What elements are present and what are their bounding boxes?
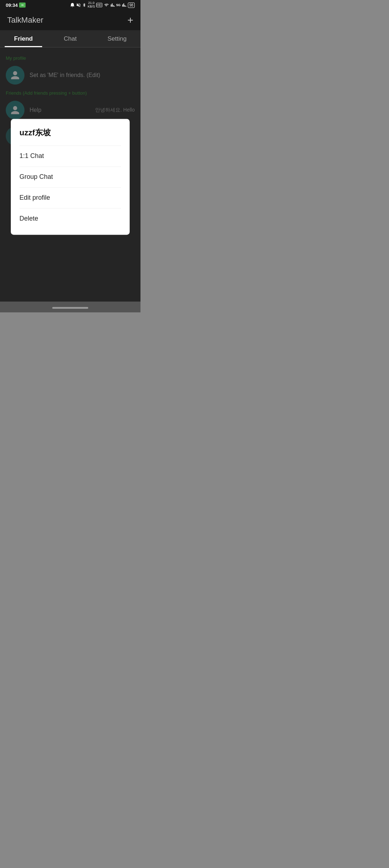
data-speed: 21.0KB/S <box>88 1 95 9</box>
status-right: 21.0KB/S HD 5G 98 <box>70 1 135 9</box>
status-left: 09:34 ✉ <box>6 3 26 8</box>
app-screen: 09:34 ✉ 21.0KB/S HD 5G 98 <box>0 0 140 312</box>
status-bar: 09:34 ✉ 21.0KB/S HD 5G 98 <box>0 0 140 10</box>
home-indicator <box>52 307 88 309</box>
wifi-icon <box>103 3 109 7</box>
modal-item-edit-profile[interactable]: Edit profile <box>19 187 121 208</box>
tab-chat[interactable]: Chat <box>47 30 94 47</box>
tab-friend[interactable]: Friend <box>0 30 47 47</box>
battery-level: 98 <box>129 3 133 7</box>
modal-title: uzzf东坡 <box>19 127 121 138</box>
mute-icon <box>76 3 81 8</box>
context-menu-modal: uzzf东坡 1:1 Chat Group Chat Edit profile … <box>11 119 130 235</box>
signal-icon-2 <box>122 3 127 7</box>
content-area: My profile Set as 'ME' in friends. (Edit… <box>0 48 140 302</box>
modal-item-group-chat[interactable]: Group Chat <box>19 166 121 187</box>
add-button[interactable]: + <box>128 15 133 25</box>
tab-bar: Friend Chat Setting <box>0 30 140 48</box>
app-header: TalkMaker + <box>0 10 140 30</box>
5g-label: 5G <box>116 3 121 7</box>
battery-indicator: 98 <box>128 3 135 8</box>
modal-item-one-on-one-chat[interactable]: 1:1 Chat <box>19 145 121 166</box>
status-time: 09:34 <box>6 3 18 8</box>
signal-icon-1 <box>110 3 115 7</box>
bluetooth-icon <box>82 3 86 8</box>
app-title: TalkMaker <box>7 15 43 25</box>
hd-badge: HD <box>96 3 102 7</box>
alarm-icon <box>70 3 75 8</box>
modal-item-delete[interactable]: Delete <box>19 208 121 229</box>
bottom-nav-area <box>0 302 140 312</box>
message-notification-icon: ✉ <box>19 3 26 8</box>
tab-setting[interactable]: Setting <box>94 30 140 47</box>
